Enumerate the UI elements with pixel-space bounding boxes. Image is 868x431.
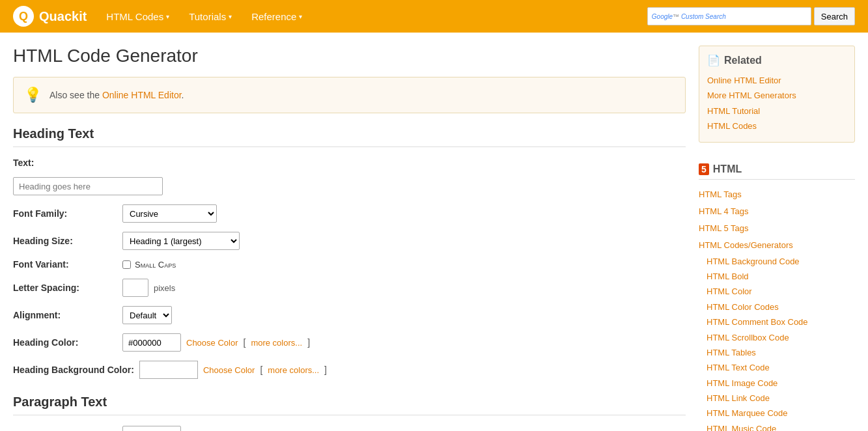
alignment-label: Alignment: xyxy=(13,310,117,320)
alignment-select[interactable]: Default Left Center Right xyxy=(122,306,172,324)
html-link-3[interactable]: HTML Codes/Generators xyxy=(699,237,855,254)
logo-text: Quackit xyxy=(39,9,87,24)
related-link-1[interactable]: More HTML Generators xyxy=(707,88,847,103)
text-input-row xyxy=(13,177,686,195)
heading-bg-color-label: Heading Background Color: xyxy=(13,365,134,375)
letter-spacing-label: Letter Spacing: xyxy=(13,283,117,293)
text-color-row: Text Color: Choose Color [more colors...… xyxy=(13,426,686,431)
info-box: 💡 Also see the Online HTML Editor. xyxy=(13,77,686,113)
font-variant-row: Font Variant: Small Caps xyxy=(13,259,686,270)
html-sub-link-0[interactable]: HTML Background Code xyxy=(699,254,855,269)
google-label: Google™ Custom Search xyxy=(652,13,726,20)
heading-color-row: Heading Color: Choose Color [more colors… xyxy=(13,333,686,352)
nav-html-codes-arrow: ▾ xyxy=(166,13,169,20)
heading-bg-color-row: Heading Background Color: Choose Color [… xyxy=(13,361,686,379)
letter-spacing-row: Letter Spacing: pixels xyxy=(13,279,686,297)
text-label: Text: xyxy=(13,158,117,168)
heading-color-input[interactable] xyxy=(122,333,181,352)
main: HTML Code Generator 💡 Also see the Onlin… xyxy=(0,33,868,431)
related-title: 📄 Related xyxy=(707,54,847,66)
info-text-suffix: . xyxy=(182,90,184,100)
font-family-label: Font Family: xyxy=(13,208,117,219)
html-sub-link-2[interactable]: HTML Color xyxy=(699,284,855,299)
paragraph-section: Paragraph Text Text Color: Choose Color … xyxy=(13,395,686,431)
font-variant-checkbox-label[interactable]: Small Caps xyxy=(122,260,176,270)
html-sub-link-4[interactable]: HTML Comment Box Code xyxy=(699,314,855,329)
text-row: Text: xyxy=(13,158,686,168)
heading-text-input[interactable] xyxy=(13,177,163,195)
header-left: Q Quackit HTML Codes ▾ Tutorials ▾ Refer… xyxy=(13,6,302,27)
html5-icon: 5 xyxy=(699,163,709,175)
html-section: 5 HTML HTML Tags HTML 4 Tags HTML 5 Tags… xyxy=(699,156,855,431)
font-variant-label: Font Variant: xyxy=(13,259,117,270)
nav-reference-label: Reference xyxy=(251,11,296,22)
font-variant-checkbox[interactable] xyxy=(122,260,131,269)
search-button[interactable]: Search xyxy=(814,7,855,25)
html-link-0[interactable]: HTML Tags xyxy=(699,186,855,203)
alignment-row: Alignment: Default Left Center Right xyxy=(13,306,686,324)
logo[interactable]: Q Quackit xyxy=(13,6,87,27)
nav-tutorials-arrow: ▾ xyxy=(229,13,232,20)
pixels-text: pixels xyxy=(154,283,175,293)
font-variant-text: Small Caps xyxy=(135,260,176,270)
related-link-0[interactable]: Online HTML Editor xyxy=(707,73,847,88)
sidebar: 📄 Related Online HTML Editor More HTML G… xyxy=(699,46,855,431)
online-html-editor-link[interactable]: Online HTML Editor xyxy=(102,90,182,100)
related-section: 📄 Related Online HTML Editor More HTML G… xyxy=(699,46,855,143)
text-color-input[interactable] xyxy=(122,426,181,431)
html-sub-link-7[interactable]: HTML Text Code xyxy=(699,360,855,375)
nav-reference[interactable]: Reference ▾ xyxy=(251,11,302,22)
html-sub-link-1[interactable]: HTML Bold xyxy=(699,269,855,284)
heading-size-select[interactable]: Heading 1 (largest) Heading 2 Heading 3 … xyxy=(122,232,240,250)
html-sub-link-9[interactable]: HTML Link Code xyxy=(699,391,855,406)
heading-size-row: Heading Size: Heading 1 (largest) Headin… xyxy=(13,232,686,250)
heading-size-label: Heading Size: xyxy=(13,236,117,246)
nav-tutorials-label: Tutorials xyxy=(189,11,226,22)
html-section-title: 5 HTML xyxy=(699,163,855,180)
paragraph-section-title: Paragraph Text xyxy=(13,395,686,415)
search-wrap: Google™ Custom Search Search xyxy=(647,7,855,25)
heading-section-title: Heading Text xyxy=(13,126,686,147)
html-link-1[interactable]: HTML 4 Tags xyxy=(699,203,855,220)
font-family-row: Font Family: Cursive Arial Times New Rom… xyxy=(13,204,686,223)
content: HTML Code Generator 💡 Also see the Onlin… xyxy=(13,46,686,431)
search-input-wrap: Google™ Custom Search xyxy=(647,7,811,25)
html-sub-link-6[interactable]: HTML Tables xyxy=(699,345,855,360)
heading-color-more-link[interactable]: more colors... xyxy=(251,338,302,348)
heading-bg-color-more-link[interactable]: more colors... xyxy=(268,365,319,375)
heading-bg-color-box xyxy=(139,361,198,379)
related-link-2[interactable]: HTML Tutorial xyxy=(707,104,847,118)
nav-tutorials[interactable]: Tutorials ▾ xyxy=(189,11,232,22)
page-title: HTML Code Generator xyxy=(13,46,686,66)
heading-bg-color-choose-link[interactable]: Choose Color xyxy=(203,365,255,375)
heading-section: Heading Text Text: Font Family: Cursive … xyxy=(13,126,686,379)
logo-icon: Q xyxy=(13,6,34,27)
custom-search-text: Custom Search xyxy=(681,13,726,20)
html-sub-link-10[interactable]: HTML Marquee Code xyxy=(699,406,855,421)
html-sub-link-3[interactable]: HTML Color Codes xyxy=(699,299,855,314)
related-link-3[interactable]: HTML Codes xyxy=(707,118,847,133)
font-family-select[interactable]: Cursive Arial Times New Roman Georgia Ve… xyxy=(122,204,217,223)
related-icon: 📄 xyxy=(707,54,720,66)
html-sub-link-11[interactable]: HTML Music Code xyxy=(699,421,855,431)
nav-html-codes[interactable]: HTML Codes ▾ xyxy=(106,11,169,22)
nav-reference-arrow: ▾ xyxy=(299,13,302,20)
bulb-icon: 💡 xyxy=(24,87,42,104)
related-title-text: Related xyxy=(724,55,762,66)
html-sub-link-5[interactable]: HTML Scrollbox Code xyxy=(699,330,855,345)
nav-html-codes-label: HTML Codes xyxy=(106,11,163,22)
header: Q Quackit HTML Codes ▾ Tutorials ▾ Refer… xyxy=(0,0,868,33)
google-text: Google xyxy=(652,13,673,20)
info-text: Also see the Online HTML Editor. xyxy=(49,90,184,100)
heading-color-label: Heading Color: xyxy=(13,337,117,348)
heading-color-choose-link[interactable]: Choose Color xyxy=(186,338,238,348)
info-text-prefix: Also see the xyxy=(49,90,102,100)
letter-spacing-input[interactable] xyxy=(122,279,148,297)
html-sub-link-8[interactable]: HTML Image Code xyxy=(699,376,855,391)
html-title-text: HTML xyxy=(713,163,742,175)
html-link-2[interactable]: HTML 5 Tags xyxy=(699,220,855,237)
search-input[interactable] xyxy=(729,12,807,21)
